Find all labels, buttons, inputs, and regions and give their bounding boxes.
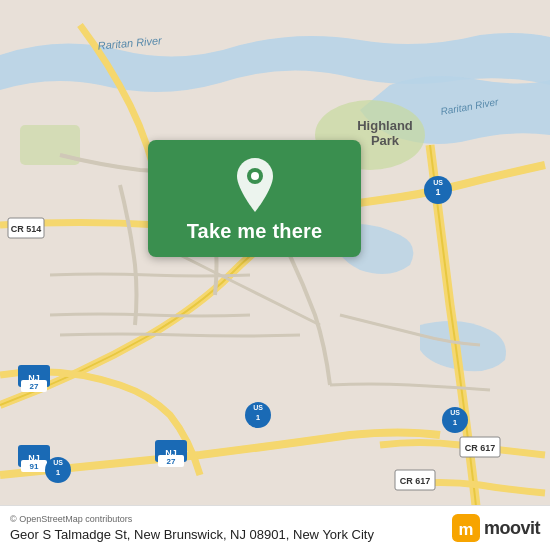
svg-text:27: 27 <box>167 457 176 466</box>
svg-text:US: US <box>433 179 443 186</box>
svg-text:91: 91 <box>30 462 39 471</box>
osm-credit: © OpenStreetMap contributors <box>10 514 374 524</box>
take-me-there-button[interactable]: Take me there <box>148 140 361 257</box>
map-container: NJ 27 NJ 91 US 1 US 1 US 1 US 1 CR 514 N… <box>0 0 550 550</box>
svg-text:US: US <box>450 409 460 416</box>
svg-text:US: US <box>53 459 63 466</box>
moovit-m-icon: m <box>452 514 480 542</box>
svg-point-43 <box>251 172 259 180</box>
svg-text:US: US <box>253 404 263 411</box>
moovit-logo: m moovit <box>452 514 540 542</box>
location-pin-icon <box>232 158 278 212</box>
svg-text:27: 27 <box>30 382 39 391</box>
map-roads: NJ 27 NJ 91 US 1 US 1 US 1 US 1 CR 514 N… <box>0 0 550 550</box>
svg-text:1: 1 <box>435 187 440 197</box>
take-me-there-label: Take me there <box>187 220 323 243</box>
svg-text:CR 514: CR 514 <box>11 224 42 234</box>
address-text: Geor S Talmadge St, New Brunswick, NJ 08… <box>10 527 374 542</box>
svg-text:CR 617: CR 617 <box>465 443 496 453</box>
moovit-text: moovit <box>484 518 540 539</box>
svg-text:1: 1 <box>56 468 61 477</box>
svg-text:m: m <box>459 520 474 539</box>
bottom-left-info: © OpenStreetMap contributors Geor S Talm… <box>10 514 374 542</box>
svg-text:Park: Park <box>371 133 400 148</box>
svg-text:1: 1 <box>256 413 261 422</box>
svg-text:CR 617: CR 617 <box>400 476 431 486</box>
bottom-bar: © OpenStreetMap contributors Geor S Talm… <box>0 505 550 550</box>
svg-text:1: 1 <box>453 418 458 427</box>
svg-text:Highland: Highland <box>357 118 413 133</box>
